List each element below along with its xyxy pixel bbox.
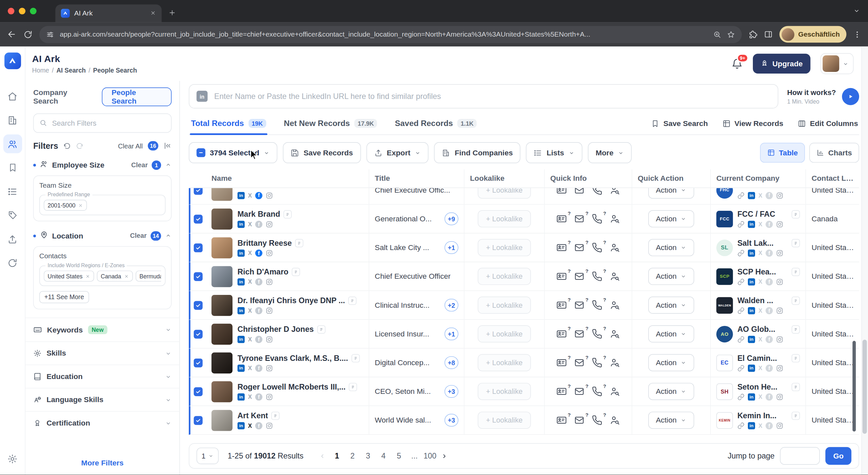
phone-icon[interactable]: ? bbox=[592, 328, 602, 339]
facebook-icon[interactable]: f bbox=[255, 393, 262, 401]
company-name[interactable]: Seton He... bbox=[737, 382, 788, 391]
action-button[interactable]: Action bbox=[648, 296, 694, 314]
linkedin-icon[interactable]: in bbox=[748, 336, 755, 343]
x-icon[interactable]: X bbox=[248, 221, 252, 227]
person-lookup-icon[interactable] bbox=[610, 386, 620, 397]
see-more-regions-button[interactable]: +11 See More bbox=[39, 291, 89, 303]
person-name[interactable]: Art Kent bbox=[238, 411, 268, 420]
phone-icon[interactable]: ? bbox=[592, 188, 602, 195]
column-contact-location[interactable]: Contact Location bbox=[806, 169, 859, 187]
charts-view-button[interactable]: Charts bbox=[810, 143, 860, 163]
linkedin-icon[interactable]: in bbox=[748, 192, 755, 199]
lookalike-button[interactable]: + Lookalike bbox=[477, 383, 531, 400]
redo-icon[interactable] bbox=[76, 142, 84, 150]
instagram-icon[interactable] bbox=[266, 278, 273, 286]
x-icon[interactable]: X bbox=[758, 279, 763, 285]
lists-button[interactable]: Lists bbox=[526, 142, 582, 163]
app-logo[interactable] bbox=[4, 53, 21, 69]
action-button[interactable]: Action bbox=[648, 188, 694, 198]
personal-email-icon[interactable]: ? bbox=[574, 386, 585, 397]
linkedin-icon[interactable]: in bbox=[238, 221, 245, 228]
more-button[interactable]: More bbox=[588, 142, 632, 163]
phone-icon[interactable]: ? bbox=[592, 386, 602, 397]
window-scrollbar[interactable] bbox=[861, 46, 868, 475]
facebook-icon[interactable]: f bbox=[255, 307, 262, 314]
rail-tag-icon[interactable] bbox=[3, 206, 22, 225]
facebook-icon[interactable]: f bbox=[255, 192, 262, 199]
person-name[interactable]: Christopher D Jones bbox=[238, 325, 314, 334]
action-button[interactable]: Action bbox=[648, 210, 694, 227]
page-number[interactable]: 5 bbox=[392, 448, 406, 464]
person-lookup-icon[interactable] bbox=[610, 415, 620, 425]
page-number[interactable]: ... bbox=[408, 448, 422, 464]
facebook-icon[interactable]: f bbox=[766, 221, 773, 228]
extensions-icon[interactable] bbox=[748, 30, 757, 39]
instagram-icon[interactable] bbox=[266, 393, 273, 401]
website-link-icon[interactable] bbox=[737, 422, 745, 430]
breadcrumb-home[interactable]: Home bbox=[32, 67, 49, 73]
prev-page-icon[interactable] bbox=[317, 452, 329, 460]
facebook-icon[interactable]: f bbox=[766, 422, 773, 430]
tab-people-search[interactable]: People Search bbox=[102, 87, 172, 106]
person-name[interactable]: Rich D'Amaro bbox=[238, 267, 288, 276]
find-companies-button[interactable]: Find Companies bbox=[434, 142, 521, 163]
personal-email-icon[interactable]: ? bbox=[574, 300, 585, 310]
employee-clear-button[interactable]: Clear bbox=[131, 161, 148, 168]
rail-home-icon[interactable] bbox=[3, 87, 22, 105]
instagram-icon[interactable] bbox=[776, 365, 783, 372]
instagram-icon[interactable] bbox=[266, 307, 273, 314]
website-link-icon[interactable] bbox=[737, 393, 745, 401]
linkedin-icon[interactable]: in bbox=[238, 307, 245, 314]
instagram-icon[interactable] bbox=[266, 365, 273, 372]
instagram-icon[interactable] bbox=[266, 249, 273, 257]
instagram-icon[interactable] bbox=[266, 336, 273, 343]
x-icon[interactable]: X bbox=[758, 308, 763, 314]
window-scrollbar-thumb[interactable] bbox=[862, 340, 867, 434]
linkedin-icon[interactable]: in bbox=[238, 336, 245, 343]
instagram-icon[interactable] bbox=[776, 249, 783, 257]
bookmark-star-icon[interactable] bbox=[727, 30, 735, 38]
more-titles-badge[interactable]: +2 bbox=[444, 299, 458, 312]
action-button[interactable]: Action bbox=[648, 383, 694, 400]
linkedin-icon[interactable]: in bbox=[748, 365, 755, 372]
edit-columns-button[interactable]: Edit Columns bbox=[798, 119, 858, 128]
filter-section-keywords[interactable]: Keywords New bbox=[25, 318, 179, 334]
more-titles-badge[interactable]: +3 bbox=[444, 414, 458, 427]
more-titles-badge[interactable]: +1 bbox=[444, 327, 458, 340]
note-icon[interactable] bbox=[792, 383, 800, 391]
instagram-icon[interactable] bbox=[776, 393, 783, 401]
work-email-icon[interactable]: ? bbox=[556, 328, 567, 339]
page-number[interactable]: 1 bbox=[330, 448, 344, 464]
personal-email-icon[interactable]: ? bbox=[574, 271, 585, 282]
lookalike-button[interactable]: + Lookalike bbox=[477, 354, 531, 371]
action-button[interactable]: Action bbox=[648, 354, 694, 371]
more-titles-badge[interactable]: +1 bbox=[444, 241, 458, 254]
filter-chip-employee-range[interactable]: 2001-5000 bbox=[44, 200, 87, 211]
reload-button[interactable] bbox=[23, 30, 33, 39]
remove-chip-icon[interactable] bbox=[85, 274, 90, 278]
rail-people-icon[interactable] bbox=[3, 135, 22, 153]
note-icon[interactable] bbox=[792, 325, 800, 333]
side-panel-icon[interactable] bbox=[764, 30, 773, 39]
rail-upload-icon[interactable] bbox=[3, 230, 22, 248]
linkedin-icon[interactable]: in bbox=[238, 278, 245, 286]
x-icon[interactable]: X bbox=[248, 337, 252, 342]
row-checkbox[interactable] bbox=[194, 214, 203, 223]
phone-icon[interactable]: ? bbox=[592, 300, 602, 310]
column-quick-info[interactable]: Quick Info bbox=[545, 169, 632, 187]
row-checkbox[interactable] bbox=[194, 272, 203, 281]
zoom-icon[interactable] bbox=[713, 30, 721, 38]
rail-company-icon[interactable] bbox=[3, 110, 22, 129]
x-icon[interactable]: X bbox=[248, 394, 252, 400]
linkedin-icon[interactable]: in bbox=[238, 422, 245, 430]
x-icon[interactable]: X bbox=[248, 250, 252, 256]
column-name[interactable]: Name bbox=[206, 169, 369, 187]
note-icon[interactable] bbox=[792, 354, 800, 362]
page-number[interactable]: 2 bbox=[346, 448, 360, 464]
website-link-icon[interactable] bbox=[737, 278, 745, 286]
browser-tab[interactable]: AI Ark bbox=[56, 4, 162, 22]
clear-all-button[interactable]: Clear All bbox=[118, 142, 143, 150]
note-icon[interactable] bbox=[271, 411, 280, 420]
note-icon[interactable] bbox=[792, 411, 800, 420]
person-name[interactable]: Brittany Reese bbox=[238, 239, 292, 247]
